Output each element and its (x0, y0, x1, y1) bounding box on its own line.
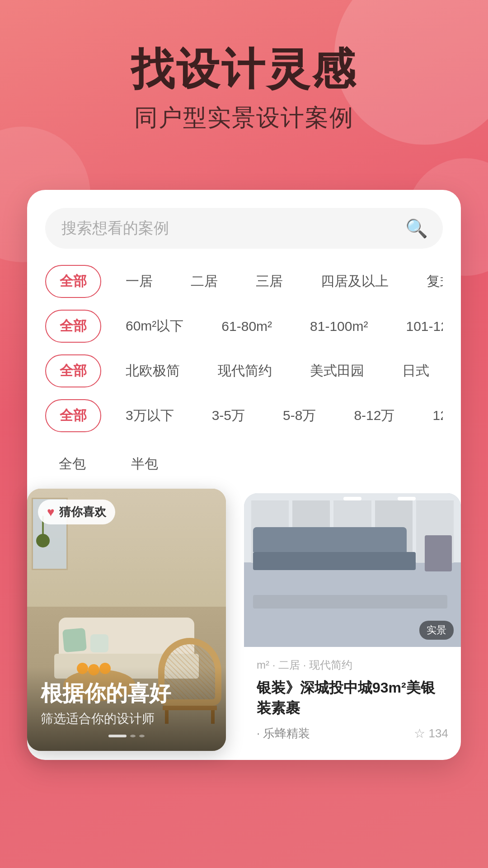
recommendation-title: 根据你的喜好 (41, 680, 212, 707)
search-placeholder: 搜索想看的案例 (61, 218, 407, 239)
main-card: 搜索想看的案例 🔍 全部 一居 二居 三居 四居及以上 复式 样板间 全部 60… (27, 190, 461, 760)
modern-sofa-group (253, 527, 452, 570)
filter-quan-bao[interactable]: 全包 (45, 448, 99, 480)
filter-fu-shi[interactable]: 复式 (413, 266, 443, 297)
left-room-image: ♥ 猜你喜欢 根据你的喜好 筛选适合你的设计师 (27, 489, 226, 751)
filter-row-1: 全部 一居 二居 三居 四居及以上 复式 样板间 (45, 265, 443, 298)
search-icon[interactable]: 🔍 (407, 218, 427, 238)
right-card-title: 银装》深城投中城93m²美银装素裹 (257, 678, 448, 718)
right-room-image: 实景 (244, 493, 461, 647)
filter-si-ju[interactable]: 四居及以上 (307, 266, 402, 297)
filter-101-120[interactable]: 101-120m² (392, 312, 443, 340)
star-icon: ☆ (414, 726, 425, 741)
cushion-1 (62, 628, 87, 652)
filter-row-3: 全部 北欧极简 现代简约 美式田园 日式 中式现代 (45, 354, 443, 387)
filter-3-5wan[interactable]: 3-5万 (198, 400, 258, 431)
filter-8-12wan[interactable]: 8-12万 (340, 400, 408, 431)
right-card-footer: · 乐蜂精装 ☆ 134 (257, 726, 448, 741)
filter-er-ju[interactable]: 二居 (177, 266, 231, 297)
filter-all-2[interactable]: 全部 (45, 310, 101, 343)
star-number: 134 (429, 726, 448, 741)
hero-title: 找设计灵感 (0, 45, 488, 93)
star-count: ☆ 134 (414, 726, 448, 741)
hero-subtitle: 同户型实景设计案例 (0, 102, 488, 134)
right-card[interactable]: 实景 m² · 二居 · 现代简约 银装》深城投中城93m²美银装素裹 · 乐蜂… (244, 493, 461, 746)
slide-dot-1 (130, 735, 136, 737)
filter-60sqm[interactable]: 60m²以下 (112, 311, 197, 342)
left-overlay-card[interactable]: ♥ 猜你喜欢 根据你的喜好 筛选适合你的设计师 (27, 489, 226, 751)
filter-nordic[interactable]: 北欧极简 (112, 355, 193, 387)
rug (253, 595, 447, 609)
hero-section: 找设计灵感 同户型实景设计案例 (0, 0, 488, 134)
right-card-info: m² · 二居 · 现代简约 银装》深城投中城93m²美银装素裹 · 乐蜂精装 … (244, 647, 461, 746)
recommendation-sub: 筛选适合你的设计师 (41, 710, 212, 727)
filter-yi-ju[interactable]: 一居 (112, 266, 166, 297)
side-table (425, 535, 452, 571)
slide-dot-2 (139, 735, 145, 737)
filter-12-18wan[interactable]: 12-18万 (419, 400, 443, 431)
filter-row-4: 全部 3万以下 3-5万 5-8万 8-12万 12-18万 (45, 399, 443, 432)
filter-american[interactable]: 美式田园 (296, 355, 378, 387)
author-name: · 乐蜂精装 (257, 726, 310, 741)
filter-81-100[interactable]: 81-100m² (296, 312, 381, 340)
ceiling-light-2 (398, 497, 416, 500)
search-bar[interactable]: 搜索想看的案例 🔍 (45, 208, 443, 249)
filter-3wan[interactable]: 3万以下 (112, 400, 188, 431)
filter-all-4[interactable]: 全部 (45, 399, 101, 432)
app-container: 找设计灵感 同户型实景设计案例 搜索想看的案例 🔍 全部 一居 二居 三居 四居… (0, 0, 488, 868)
filter-row-5: 全包 半包 (45, 444, 443, 484)
filter-61-80[interactable]: 61-80m² (208, 312, 286, 340)
ceiling-light-1 (343, 497, 361, 500)
slide-dot-active (108, 735, 127, 737)
right-card-tags: m² · 二居 · 现代简约 (257, 658, 448, 672)
left-card-bottom: 根据你的喜好 筛选适合你的设计师 (27, 667, 226, 751)
content-area: ♥ 猜你喜欢 根据你的喜好 筛选适合你的设计师 (45, 489, 443, 760)
real-badge: 实景 (419, 621, 454, 640)
guess-text: 猜你喜欢 (59, 504, 106, 520)
heart-icon: ♥ (47, 505, 55, 519)
cushion-2 (90, 634, 108, 652)
guess-badge: ♥ 猜你喜欢 (38, 500, 115, 524)
filter-5-8wan[interactable]: 5-8万 (269, 400, 329, 431)
filter-all-1[interactable]: 全部 (45, 265, 101, 298)
filter-san-ju[interactable]: 三居 (242, 266, 296, 297)
filter-modern[interactable]: 现代简约 (204, 355, 286, 387)
filter-all-3[interactable]: 全部 (45, 354, 101, 387)
filter-ban-bao[interactable]: 半包 (117, 448, 172, 480)
slide-indicator (41, 735, 212, 737)
filter-row-2: 全部 60m²以下 61-80m² 81-100m² 101-120m² (45, 310, 443, 343)
filter-japanese[interactable]: 日式 (389, 355, 443, 387)
